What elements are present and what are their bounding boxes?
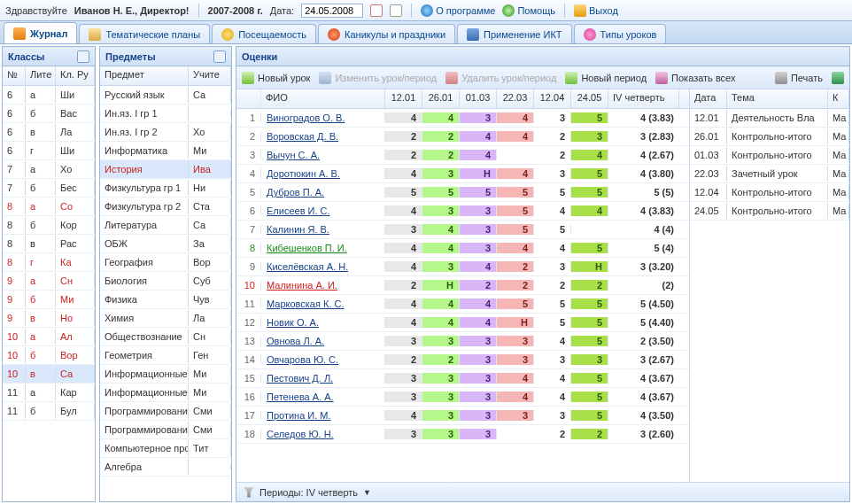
date-row[interactable]: 12.04Контрольно-итогоМа [690, 183, 849, 202]
date-row[interactable]: 12.01Деятельность ВлаМа [690, 109, 849, 128]
student-row[interactable]: 4Доротюкин А. В.43Н4354 (3.80) [236, 165, 689, 183]
student-row[interactable]: 1Виноградов О. В.4434354 (3.83) [236, 109, 689, 128]
class-row[interactable]: 8аСо [3, 198, 95, 216]
classes-grid[interactable]: 6аШи6бВас6вЛа6гШи7аХо7бБес8аСо8бКор8вРас… [3, 86, 95, 501]
class-row[interactable]: 8вРас [3, 235, 95, 253]
student-row[interactable]: 9Киселёвская А. Н.43423Н3 (3.20) [236, 258, 689, 276]
subject-row[interactable]: ГеографияВор [100, 253, 231, 272]
dates-grid[interactable]: 12.01Деятельность ВлаМа26.01Контрольно-и… [690, 109, 849, 482]
subject-row[interactable]: Алгебра [100, 458, 231, 477]
subject-row[interactable]: ПрограммированиеСми [100, 421, 231, 439]
class-row[interactable]: 10бВор [3, 346, 95, 365]
subject-row[interactable]: ФизикаЧув [100, 291, 231, 309]
subject-row[interactable]: Физкультура гр 2Ста [100, 198, 231, 216]
student-row[interactable]: 7Калинин Я. В.343554 (4) [236, 221, 689, 239]
marks-grid[interactable]: 1Виноградов О. В.4434354 (3.83)2Воровска… [236, 109, 689, 482]
print-button[interactable]: Печать [775, 72, 823, 84]
class-row[interactable]: 6гШи [3, 142, 95, 160]
monitor-icon [467, 28, 479, 41]
date-input[interactable] [301, 4, 363, 18]
student-row[interactable]: 15Пестович Д. Л.3334454 (3.67) [236, 369, 689, 388]
student-row[interactable]: 2Воровская Д. В.2244233 (2.83) [236, 128, 689, 146]
subject-row[interactable]: Физкультура гр 1Ни [100, 179, 231, 198]
class-row[interactable]: 6вЛа [3, 123, 95, 142]
student-row[interactable]: 14Овчарова Ю. С.2233333 (2.67) [236, 351, 689, 369]
reload-icon[interactable] [77, 50, 89, 63]
class-row[interactable]: 10аАл [3, 328, 95, 346]
subject-row[interactable]: Ин.яз. I гр 1 [100, 105, 231, 123]
marks-panel: Оценки Новый урок Изменить урок/период У… [236, 46, 850, 502]
subjects-grid[interactable]: Русский языкСаИн.яз. I гр 1Ин.яз. I гр 2… [100, 86, 231, 501]
user-name: Иванов Н. Е., Директор! [74, 5, 190, 16]
tab-lesson-types[interactable]: Типы уроков [574, 24, 667, 43]
subject-row[interactable]: Информационные тМи [100, 384, 231, 402]
student-row[interactable]: 12Новик О. А.444Н555 (4.40) [236, 314, 689, 332]
date-row[interactable]: 01.03Контрольно-итогоМа [690, 146, 849, 165]
student-row[interactable]: 6Елисеев И. С.4335444 (3.83) [236, 202, 689, 221]
student-row[interactable]: 3Вычун С. А.224244 (2.67) [236, 146, 689, 165]
subject-row[interactable]: ОБЖЗа [100, 235, 231, 253]
class-row[interactable]: 8бКор [3, 216, 95, 235]
subject-row[interactable]: ПрограммированиеСми [100, 402, 231, 421]
calendar-icon[interactable] [370, 4, 383, 17]
show-all-button[interactable]: Показать всех [655, 72, 735, 84]
periods-filter[interactable]: Периоды: IV четверть [259, 487, 358, 498]
new-period-button[interactable]: Новый период [565, 72, 647, 84]
delete-lesson-button[interactable]: Удалить урок/период [445, 72, 556, 84]
subject-row[interactable]: ИсторияИва [100, 160, 231, 179]
help-link[interactable]: Помощь [502, 4, 555, 17]
tab-plans[interactable]: Тематические планы [79, 24, 210, 43]
print-icon [775, 72, 787, 84]
exit-link[interactable]: Выход [574, 4, 618, 17]
student-row[interactable]: 10Малинина А. И.2Н2222(2) [236, 276, 689, 295]
subject-row[interactable]: ОбществознаниеСн [100, 328, 231, 346]
student-row[interactable]: 11Марковская К. С.4445555 (4.50) [236, 295, 689, 314]
class-row[interactable]: 11бБул [3, 402, 95, 421]
date-row[interactable]: 24.05Контрольно-итогоМа [690, 202, 849, 221]
subject-row[interactable]: Компьютерное проТит [100, 439, 231, 458]
chevron-down-icon[interactable]: ▼ [363, 488, 371, 497]
about-link[interactable]: О программе [421, 4, 495, 17]
subject-row[interactable]: Ин.яз. I гр 2Хо [100, 123, 231, 142]
bell-icon [221, 28, 234, 41]
student-row[interactable]: 18Селедов Ю. Н.333223 (2.60) [236, 425, 689, 444]
subject-row[interactable]: ЛитератураСа [100, 216, 231, 235]
student-row[interactable]: 8Кибешенков П. И.4434455 (4) [236, 239, 689, 258]
date-row[interactable]: 22.03Зачетный урокМа [690, 165, 849, 183]
subject-row[interactable]: БиологияСуб [100, 272, 231, 291]
class-row[interactable]: 8гКа [3, 253, 95, 272]
tab-journal[interactable]: Журнал [4, 22, 77, 43]
student-row[interactable]: 5Дубров П. А.5555555 (5) [236, 183, 689, 202]
exit-icon [574, 4, 586, 17]
calendar2-icon[interactable] [390, 4, 402, 17]
star-icon [584, 28, 596, 41]
class-row[interactable]: 6аШи [3, 86, 95, 105]
class-row[interactable]: 9вНо [3, 309, 95, 328]
tab-ikt[interactable]: Применение ИКТ [457, 24, 571, 43]
subject-row[interactable]: Русский языкСа [100, 86, 231, 105]
funnel-icon [244, 487, 254, 498]
class-row[interactable]: 7аХо [3, 160, 95, 179]
holiday-icon [328, 28, 340, 41]
class-row[interactable]: 9аСн [3, 272, 95, 291]
class-row[interactable]: 9бМи [3, 291, 95, 309]
subject-row[interactable]: Информационные тМи [100, 365, 231, 384]
student-row[interactable]: 13Овнова Л. А.3333452 (3.50) [236, 332, 689, 351]
excel-icon[interactable] [832, 72, 844, 84]
student-row[interactable]: 16Петенева А. А.3334454 (3.67) [236, 388, 689, 407]
subject-row[interactable]: ХимияЛа [100, 309, 231, 328]
date-row[interactable]: 26.01Контрольно-итогоМа [690, 128, 849, 146]
people-icon [655, 72, 668, 84]
tab-attendance[interactable]: Посещаемость [212, 24, 316, 43]
edit-lesson-button[interactable]: Изменить урок/период [319, 72, 437, 84]
class-row[interactable]: 7бБес [3, 179, 95, 198]
reload-icon[interactable] [213, 50, 226, 63]
class-row[interactable]: 11аКар [3, 384, 95, 402]
subject-row[interactable]: ГеометрияГен [100, 346, 231, 365]
class-row[interactable]: 10вСа [3, 365, 95, 384]
tab-holidays[interactable]: Каникулы и праздники [318, 24, 455, 43]
subject-row[interactable]: ИнформатикаМи [100, 142, 231, 160]
new-lesson-button[interactable]: Новый урок [242, 72, 310, 84]
student-row[interactable]: 17Протина И. М.4333354 (3.50) [236, 407, 689, 425]
class-row[interactable]: 6бВас [3, 105, 95, 123]
